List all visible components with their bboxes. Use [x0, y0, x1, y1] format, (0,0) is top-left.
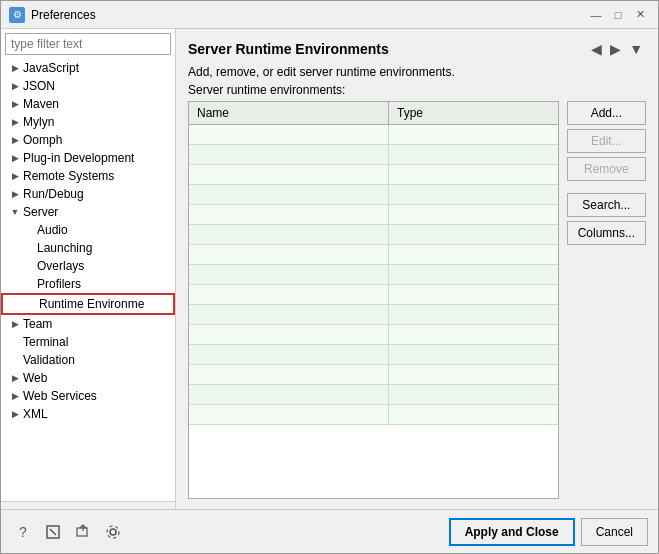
settings-button[interactable]	[101, 520, 125, 544]
table-row	[189, 205, 558, 225]
restore-defaults-button[interactable]	[41, 520, 65, 544]
sidebar-item-profilers[interactable]: Profilers	[1, 275, 175, 293]
sidebar-item-javascript[interactable]: ▶ JavaScript	[1, 59, 175, 77]
arrow-icon: ▶	[9, 62, 21, 74]
table-row	[189, 285, 558, 305]
sidebar-item-label: Plug-in Development	[23, 151, 134, 165]
sidebar-item-run-debug[interactable]: ▶ Run/Debug	[1, 185, 175, 203]
title-bar-left: ⚙ Preferences	[9, 7, 96, 23]
column-type-header: Type	[389, 102, 558, 124]
svg-line-1	[50, 529, 56, 535]
sidebar-item-maven[interactable]: ▶ Maven	[1, 95, 175, 113]
table-area: Name Type	[188, 101, 646, 499]
arrow-icon: ▶	[9, 372, 21, 384]
table-row	[189, 145, 558, 165]
filter-input[interactable]	[5, 33, 171, 55]
table-row	[189, 185, 558, 205]
table-row	[189, 305, 558, 325]
back-button[interactable]: ◀	[588, 39, 605, 59]
column-name-header: Name	[189, 102, 389, 124]
title-bar-controls: — □ ✕	[586, 5, 650, 25]
bottom-bar: ? Apply and	[1, 509, 658, 553]
add-button[interactable]: Add...	[567, 101, 646, 125]
restore-icon	[45, 524, 61, 540]
edit-button[interactable]: Edit...	[567, 129, 646, 153]
sidebar-item-launching[interactable]: Launching	[1, 239, 175, 257]
panel-toolbar: ◀ ▶ ▼	[588, 39, 646, 59]
sidebar-item-mylyn[interactable]: ▶ Mylyn	[1, 113, 175, 131]
sidebar-item-oomph[interactable]: ▶ Oomph	[1, 131, 175, 149]
panel-subtitle: Add, remove, or edit server runtime envi…	[188, 65, 646, 79]
arrow-icon: ▶	[9, 188, 21, 200]
forward-button[interactable]: ▶	[607, 39, 624, 59]
sidebar-item-label: Server	[23, 205, 58, 219]
sidebar-item-label: Overlays	[37, 259, 84, 273]
sidebar-item-validation[interactable]: Validation	[1, 351, 175, 369]
arrow-icon: ▶	[9, 390, 21, 402]
sidebar-item-label: Web Services	[23, 389, 97, 403]
table-row	[189, 345, 558, 365]
content-area: ▶ JavaScript ▶ JSON ▶ Maven ▶ Mylyn ▶	[1, 29, 658, 509]
arrow-icon	[23, 242, 35, 254]
sidebar-item-overlays[interactable]: Overlays	[1, 257, 175, 275]
sidebar-item-label: Run/Debug	[23, 187, 84, 201]
svg-point-4	[110, 529, 116, 535]
dropdown-button[interactable]: ▼	[626, 39, 646, 59]
sidebar-item-json[interactable]: ▶ JSON	[1, 77, 175, 95]
table-row	[189, 405, 558, 425]
sidebar-item-label: Oomph	[23, 133, 62, 147]
sidebar-item-plugin-development[interactable]: ▶ Plug-in Development	[1, 149, 175, 167]
table-row	[189, 385, 558, 405]
sidebar-item-label: JSON	[23, 79, 55, 93]
bottom-right-buttons: Apply and Close Cancel	[449, 518, 648, 546]
arrow-icon: ▶	[9, 170, 21, 182]
sidebar-item-team[interactable]: ▶ Team	[1, 315, 175, 333]
export-icon	[75, 524, 91, 540]
arrow-icon	[9, 336, 21, 348]
close-button[interactable]: ✕	[630, 5, 650, 25]
gear-icon	[105, 524, 121, 540]
sidebar-item-web[interactable]: ▶ Web	[1, 369, 175, 387]
maximize-button[interactable]: □	[608, 5, 628, 25]
export-button[interactable]	[71, 520, 95, 544]
arrow-icon	[23, 224, 35, 236]
table-row	[189, 225, 558, 245]
sidebar-item-label: XML	[23, 407, 48, 421]
help-button[interactable]: ?	[11, 520, 35, 544]
sidebar-item-label: Mylyn	[23, 115, 54, 129]
runtime-env-table: Name Type	[188, 101, 559, 499]
arrow-icon: ▶	[9, 80, 21, 92]
sidebar-item-runtime-environments[interactable]: Runtime Environme	[1, 293, 175, 315]
bottom-left-icons: ?	[11, 520, 125, 544]
arrow-icon: ▶	[9, 318, 21, 330]
sidebar-item-label: JavaScript	[23, 61, 79, 75]
search-button[interactable]: Search...	[567, 193, 646, 217]
cancel-button[interactable]: Cancel	[581, 518, 648, 546]
sidebar-item-xml[interactable]: ▶ XML	[1, 405, 175, 423]
sidebar-item-label: Web	[23, 371, 47, 385]
arrow-icon: ▶	[9, 152, 21, 164]
sidebar-item-label: Audio	[37, 223, 68, 237]
table-row	[189, 325, 558, 345]
sidebar-item-label: Terminal	[23, 335, 68, 349]
minimize-button[interactable]: —	[586, 5, 606, 25]
title-bar: ⚙ Preferences — □ ✕	[1, 1, 658, 29]
sidebar-horizontal-scrollbar[interactable]	[1, 501, 175, 509]
sidebar-item-terminal[interactable]: Terminal	[1, 333, 175, 351]
arrow-icon: ▶	[9, 408, 21, 420]
sidebar-item-audio[interactable]: Audio	[1, 221, 175, 239]
sidebar-item-remote-systems[interactable]: ▶ Remote Systems	[1, 167, 175, 185]
svg-point-5	[107, 526, 119, 538]
sidebar-item-server[interactable]: ▼ Server	[1, 203, 175, 221]
apply-close-button[interactable]: Apply and Close	[449, 518, 575, 546]
sidebar: ▶ JavaScript ▶ JSON ▶ Maven ▶ Mylyn ▶	[1, 29, 176, 509]
table-body	[189, 125, 558, 498]
tree: ▶ JavaScript ▶ JSON ▶ Maven ▶ Mylyn ▶	[1, 59, 175, 501]
main-panel: Server Runtime Environments ◀ ▶ ▼ Add, r…	[176, 29, 658, 509]
remove-button[interactable]: Remove	[567, 157, 646, 181]
sidebar-item-label: Maven	[23, 97, 59, 111]
sidebar-item-label: Team	[23, 317, 52, 331]
columns-button[interactable]: Columns...	[567, 221, 646, 245]
sidebar-item-web-services[interactable]: ▶ Web Services	[1, 387, 175, 405]
svg-rect-2	[77, 528, 87, 536]
